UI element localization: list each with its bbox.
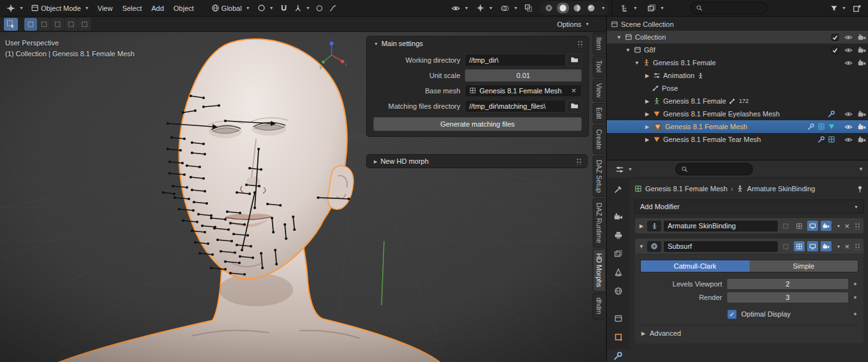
expand-icon[interactable]: ▼ <box>638 244 645 249</box>
catmull-clark-button[interactable]: Catmull-Clark <box>641 260 750 272</box>
sidebar-tab-hd-morphs[interactable]: HD Morphs <box>593 249 605 292</box>
tab-output[interactable] <box>609 229 627 242</box>
modifier-header[interactable]: ▼ Subsurf ▼ × <box>634 238 864 255</box>
matching-files-directory-input[interactable]: //tmp_dir\matching_files\ <box>465 100 566 113</box>
sidebar-tab-create[interactable]: Create <box>593 125 605 154</box>
chevron-down-icon[interactable]: ▼ <box>601 6 606 10</box>
menu-object[interactable]: Object <box>169 3 198 14</box>
outliner-row-female-mesh-selected[interactable]: ▶ Genesis 8.1 Female Mesh <box>607 120 868 133</box>
object-visibility-dropdown[interactable]: ▼ <box>448 3 472 14</box>
add-modifier-dropdown[interactable]: Add Modifier ▼ <box>634 200 864 214</box>
hide-eye-toggle[interactable] <box>844 136 853 144</box>
on-cage-toggle[interactable] <box>780 241 791 251</box>
viewport-3d-region[interactable]: User Perspective (1) Collection | Genesi… <box>0 16 606 362</box>
expand-icon[interactable]: ▶ <box>644 98 650 104</box>
options-dropdown[interactable]: Options ▼ <box>554 19 593 29</box>
shading-rendered-button[interactable] <box>585 3 597 13</box>
modifier-extras-dropdown[interactable]: ▼ <box>836 224 840 228</box>
select-mode-set-button[interactable] <box>24 18 37 31</box>
show-viewport-toggle[interactable] <box>807 221 818 231</box>
render-levels-input[interactable]: 3 <box>727 292 848 303</box>
tab-tool[interactable] <box>609 183 627 196</box>
mode-selector[interactable]: Object Mode ▼ <box>28 3 92 13</box>
base-mesh-field[interactable]: Genesis 8.1 Female Mesh × <box>465 84 582 97</box>
snap-toggle[interactable] <box>278 3 290 13</box>
optimal-display-checkbox[interactable]: ✓ <box>727 310 737 319</box>
proportional-falloff-selector[interactable] <box>326 3 340 13</box>
hide-eye-toggle[interactable] <box>844 110 853 118</box>
expand-icon[interactable]: ▶ <box>644 137 650 143</box>
active-tool-button[interactable] <box>4 18 18 31</box>
render-camera-toggle[interactable] <box>858 136 866 144</box>
breadcrumb-modifier[interactable]: Armature SkinBinding <box>747 185 815 193</box>
tab-render[interactable] <box>609 210 627 223</box>
main-settings-panel-header[interactable]: ▼ Main settings <box>367 36 588 51</box>
animate-decorator[interactable] <box>854 296 856 299</box>
outliner-row-animation[interactable]: ▶ Animation <box>607 69 868 82</box>
outliner-row-pose[interactable]: Pose <box>607 82 868 95</box>
unit-scale-input[interactable]: 0.01 <box>465 69 582 82</box>
outliner-display-mode-selector[interactable]: ▼ <box>644 3 668 14</box>
outliner-row-eyelashes-mesh[interactable]: ▶ Genesis 8.1 Female Eyelashes Mesh <box>607 107 868 120</box>
expand-icon[interactable]: ▼ <box>634 60 640 66</box>
pin-icon[interactable] <box>856 185 864 193</box>
hide-eye-toggle[interactable] <box>844 123 853 131</box>
edit-mode-toggle[interactable] <box>794 241 805 251</box>
tab-view-layer[interactable] <box>609 248 627 260</box>
xray-toggle[interactable] <box>522 3 534 13</box>
show-viewport-toggle[interactable] <box>807 241 818 251</box>
outliner-row-armature-object[interactable]: ▼ Genesis 8.1 Female <box>607 56 868 69</box>
browse-folder-button[interactable] <box>567 54 582 67</box>
sidebar-tab-daz-setup[interactable]: DAZ Setup <box>593 155 605 197</box>
modifier-drag-handle[interactable] <box>855 243 860 250</box>
sidebar-tab-daz-runtime[interactable]: DAZ Runtime <box>593 198 605 248</box>
working-directory-input[interactable]: //tmp_dir\ <box>465 54 566 67</box>
on-cage-toggle[interactable] <box>780 221 791 231</box>
panel-drag-handle[interactable] <box>577 40 583 47</box>
select-mode-intersect-button[interactable] <box>78 18 91 31</box>
outliner-row-armature-data[interactable]: ▶ Genesis 8.1 Female 172 <box>607 95 868 107</box>
modifier-header[interactable]: ▶ Armature SkinBinding ▼ × <box>634 217 864 234</box>
delete-modifier-button[interactable]: × <box>843 222 851 230</box>
show-render-toggle[interactable] <box>821 241 832 251</box>
modifier-name-input[interactable]: Subsurf <box>664 241 778 252</box>
modifier-drag-handle[interactable] <box>855 223 860 230</box>
select-mode-invert-button[interactable] <box>65 18 77 31</box>
select-mode-extend-button[interactable] <box>38 18 51 31</box>
expand-icon[interactable]: ▼ <box>625 47 631 53</box>
hide-eye-toggle[interactable] <box>844 59 853 67</box>
menu-view[interactable]: View <box>93 3 117 14</box>
select-mode-subtract-button[interactable] <box>51 18 64 31</box>
render-camera-toggle[interactable] <box>858 46 866 54</box>
show-overlays-dropdown[interactable]: ▼ <box>497 3 521 14</box>
panel-drag-handle[interactable] <box>576 158 582 165</box>
sidebar-tab-dhdm[interactable]: dhdm <box>593 293 605 319</box>
tab-world[interactable] <box>609 285 627 297</box>
expand-icon[interactable]: ▶ <box>644 124 650 130</box>
navigation-gizmo[interactable]: Z x y <box>318 35 348 71</box>
render-camera-toggle[interactable] <box>858 33 866 42</box>
outliner-row-g8f[interactable]: ▼ G8f <box>607 43 868 56</box>
sidebar-tab-item[interactable]: Item <box>593 33 605 54</box>
menu-add[interactable]: Add <box>147 3 168 14</box>
tab-collection[interactable] <box>609 312 627 325</box>
edit-mode-toggle[interactable] <box>794 221 805 231</box>
properties-filter-dropdown[interactable]: ▼ <box>858 167 864 172</box>
properties-editor-type-selector[interactable]: ▼ <box>612 164 636 175</box>
proportional-editing-toggle[interactable] <box>314 3 325 13</box>
breadcrumb-object[interactable]: Genesis 8.1 Female Mesh <box>645 185 727 193</box>
exclude-checkbox[interactable] <box>831 33 839 42</box>
expand-icon[interactable]: ▼ <box>616 35 622 40</box>
render-camera-toggle[interactable] <box>858 110 866 118</box>
outliner-search-input[interactable] <box>705 4 762 13</box>
tab-modifiers[interactable] <box>607 349 629 362</box>
outliner-row-scene-collection[interactable]: Scene Collection <box>607 18 868 31</box>
animate-decorator[interactable] <box>854 283 856 285</box>
show-gizmo-dropdown[interactable]: ▼ <box>473 3 496 13</box>
outliner-editor-type-selector[interactable]: ▼ <box>617 3 641 14</box>
expand-icon[interactable]: ▶ <box>644 73 650 79</box>
exclude-checkbox[interactable] <box>831 46 839 54</box>
render-camera-toggle[interactable] <box>858 59 866 67</box>
tab-scene[interactable] <box>609 266 627 279</box>
modifier-name-input[interactable]: Armature SkinBinding <box>664 221 778 232</box>
